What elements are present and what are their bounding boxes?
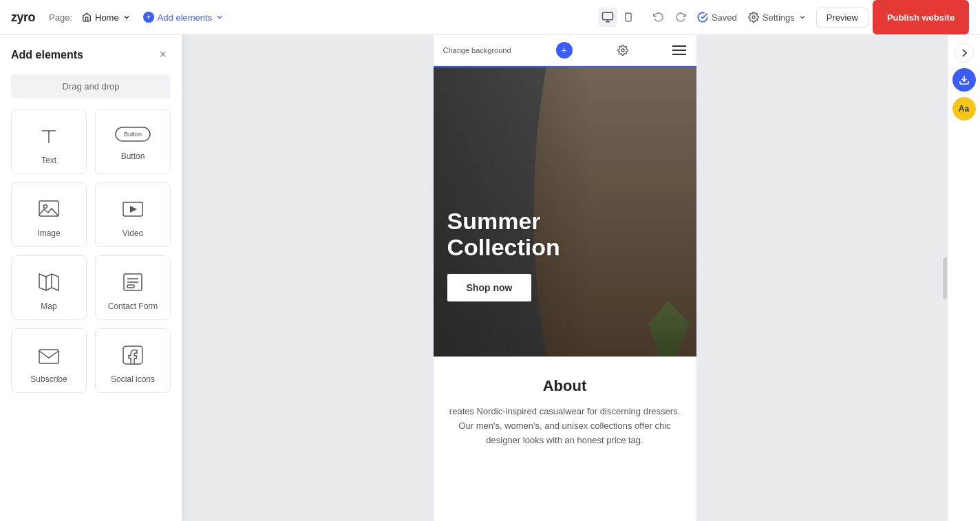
- element-card-text[interactable]: Text: [11, 109, 87, 174]
- panel-header: Add elements ×: [11, 46, 171, 63]
- video-label: Video: [122, 228, 143, 238]
- about-text: reates Nordic-inspired casualwear for di…: [447, 405, 683, 447]
- saved-indicator: Saved: [697, 12, 737, 23]
- hamburger-menu-icon[interactable]: [672, 45, 686, 56]
- video-element-icon: [120, 197, 145, 222]
- preview-settings-icon[interactable]: [617, 45, 628, 56]
- about-title: About: [447, 377, 683, 395]
- preview-topbar: Change background +: [434, 35, 696, 66]
- image-label: Image: [37, 228, 60, 238]
- redo-button[interactable]: [670, 8, 692, 26]
- social-icons-element-icon: [120, 343, 145, 368]
- desktop-view-button[interactable]: [598, 8, 617, 27]
- text-element-icon: [36, 124, 61, 149]
- hero-content: Summer Collection Shop now: [434, 209, 574, 301]
- map-label: Map: [41, 301, 56, 311]
- about-section: About reates Nordic-inspired casualwear …: [434, 357, 696, 461]
- subscribe-label: Subscribe: [30, 374, 67, 384]
- svg-point-23: [621, 49, 624, 52]
- contact-form-element-icon: [120, 270, 145, 295]
- font-tool-button[interactable]: Aa: [952, 97, 976, 120]
- svg-marker-14: [39, 274, 58, 290]
- element-card-subscribe[interactable]: Subscribe: [11, 328, 87, 393]
- elements-grid: Text Button Button: [11, 109, 171, 393]
- change-background-button[interactable]: Change background: [443, 46, 511, 54]
- element-card-image[interactable]: Image: [11, 182, 87, 247]
- top-navbar: zyro Page: Home + Add elements: [0, 0, 980, 35]
- subscribe-element-icon: [36, 343, 61, 368]
- svg-point-5: [752, 16, 755, 19]
- hero-title: Summer Collection: [447, 209, 560, 260]
- element-card-map[interactable]: Map: [11, 255, 87, 320]
- shop-now-button[interactable]: Shop now: [447, 274, 532, 301]
- add-elements-nav-button[interactable]: + Add elements: [136, 8, 231, 26]
- mobile-view-button[interactable]: [620, 8, 637, 27]
- button-element-icon: Button: [112, 124, 153, 145]
- svg-rect-3: [626, 13, 631, 21]
- svg-marker-13: [130, 206, 137, 213]
- zyro-logo: zyro: [11, 10, 35, 25]
- image-element-icon: [36, 197, 61, 222]
- gear-icon: [748, 12, 759, 23]
- scrollbar[interactable]: [943, 257, 947, 299]
- drag-drop-label: Drag and drop: [11, 74, 171, 98]
- page-label: Page:: [49, 12, 72, 23]
- add-element-plus-button[interactable]: +: [556, 42, 573, 59]
- svg-text:Button: Button: [124, 131, 142, 138]
- publish-button[interactable]: Publish website: [873, 0, 969, 34]
- panel-close-button[interactable]: ×: [155, 46, 171, 63]
- chevron-down-icon-add: [215, 13, 224, 21]
- svg-rect-21: [39, 350, 58, 363]
- map-element-icon: [36, 270, 61, 295]
- home-icon: [82, 12, 92, 22]
- svg-rect-10: [39, 201, 58, 216]
- button-label: Button: [121, 151, 145, 161]
- main-area: Add elements × Drag and drop Text: [0, 35, 980, 521]
- add-elements-panel: Add elements × Drag and drop Text: [0, 35, 182, 521]
- svg-rect-0: [602, 12, 612, 20]
- right-sidebar: Aa: [947, 35, 980, 521]
- panel-title: Add elements: [11, 49, 83, 61]
- element-card-contact-form[interactable]: Contact Form: [95, 255, 171, 320]
- website-preview: Change background +: [434, 35, 696, 521]
- hero-section: Summer Collection Shop now: [434, 67, 696, 357]
- chevron-down-settings-icon: [798, 13, 807, 21]
- element-card-social-icons[interactable]: Social icons: [95, 328, 171, 393]
- canvas-area: Change background +: [182, 35, 947, 521]
- plus-circle-icon: +: [143, 12, 154, 23]
- settings-button[interactable]: Settings: [743, 8, 812, 26]
- svg-rect-20: [127, 285, 134, 288]
- element-card-button[interactable]: Button Button: [95, 109, 171, 174]
- social-icons-label: Social icons: [111, 374, 155, 384]
- element-card-video[interactable]: Video: [95, 182, 171, 247]
- expand-panel-button[interactable]: [955, 43, 974, 63]
- preview-button[interactable]: Preview: [816, 8, 869, 28]
- page-selector[interactable]: Home: [76, 9, 136, 26]
- check-circle-icon: [697, 12, 708, 23]
- chevron-down-icon: [122, 13, 131, 21]
- svg-rect-22: [123, 346, 142, 364]
- device-toggle-group: [598, 8, 637, 27]
- text-label: Text: [41, 156, 56, 165]
- contact-form-label: Contact Form: [108, 301, 158, 311]
- svg-point-11: [44, 205, 47, 209]
- undo-button[interactable]: [648, 8, 670, 26]
- download-tool-button[interactable]: [952, 68, 976, 92]
